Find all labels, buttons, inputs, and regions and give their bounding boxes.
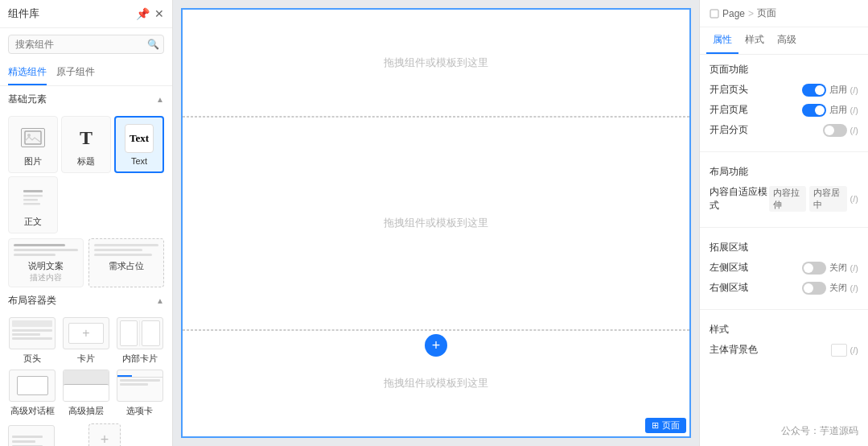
watermark-area: 公众号：芋道源码	[700, 366, 868, 446]
layout-function-section: 布局功能 内容自适应模式 内容拉伸 内容居中 (/)	[700, 157, 868, 222]
component-image[interactable]: 图片	[8, 116, 58, 173]
bg-color-box[interactable]	[831, 344, 847, 357]
footer-toggle-text: 启用	[829, 104, 847, 116]
layout-item-extra1[interactable]	[8, 425, 84, 446]
watermark: 公众号：芋道源码	[781, 424, 858, 438]
breadcrumb-current: 页面	[757, 6, 776, 20]
pagination-toggle[interactable]	[823, 124, 847, 137]
drop-zone-mid-text: 拖拽组件或模板到这里	[384, 216, 488, 230]
adapt-mode-values: 内容拉伸 内容居中 (/)	[769, 186, 858, 212]
left-area-toggle-group: 关闭 (/)	[802, 262, 858, 275]
component-desc[interactable]: 说明文案 描述内容	[8, 238, 84, 287]
left-area-row: 左侧区域 关闭 (/)	[710, 261, 858, 275]
search-input[interactable]	[8, 35, 164, 54]
add-btn-icon: +	[432, 338, 441, 353]
svg-rect-0	[25, 131, 41, 144]
divider3	[700, 309, 868, 310]
left-area-knob	[804, 263, 813, 273]
tab-featured[interactable]: 精选组件	[8, 60, 47, 85]
layout-tabs-label: 选项卡	[126, 405, 153, 417]
component-tabs: 精选组件 原子组件	[0, 60, 172, 86]
body-icon	[19, 184, 47, 213]
close-icon[interactable]: ✕	[154, 7, 164, 20]
right-tab-advanced[interactable]: 高级	[771, 27, 803, 54]
footer-toggle-knob	[815, 105, 825, 115]
header-toggle[interactable]	[802, 84, 826, 97]
heading-icon: T	[72, 123, 101, 152]
layout-inner-card-label: 内部卡片	[122, 353, 158, 365]
layout-section-arrow[interactable]: ▲	[156, 296, 164, 305]
header-toggle-sub: (/)	[850, 85, 858, 95]
basic-elements-grid: 图片 T 标题 Text Text	[0, 116, 172, 233]
style-section: 样式 主体背景色 (/)	[700, 315, 868, 366]
image-icon	[19, 123, 47, 152]
bg-color-row: 主体背景色 (/)	[710, 343, 858, 357]
layout-card[interactable]: + 卡片	[62, 317, 111, 365]
left-area-toggle[interactable]	[802, 262, 826, 275]
adapt-sub: (/)	[850, 194, 858, 204]
pagination-toggle-row: 开启分页 (/)	[710, 123, 858, 137]
footer-toggle-group: 启用 (/)	[802, 104, 858, 117]
right-area-label: 右侧区域	[710, 281, 748, 295]
tab-atomic[interactable]: 原子组件	[56, 60, 95, 85]
layout-header-thumb	[9, 317, 56, 349]
pagination-toggle-group: (/)	[823, 124, 858, 137]
heading-label: 标题	[77, 155, 95, 167]
header-toggle-label: 开启页头	[710, 83, 748, 97]
add-component-btn[interactable]: +	[425, 334, 447, 357]
component-text[interactable]: Text Text	[114, 116, 164, 173]
layout-header[interactable]: 页头	[8, 317, 57, 365]
image-label: 图片	[24, 155, 42, 167]
body-label: 正文	[24, 216, 42, 228]
right-tab-style[interactable]: 样式	[738, 27, 771, 54]
basic-section-arrow[interactable]: ▲	[156, 95, 164, 104]
pagination-toggle-sub: (/)	[850, 126, 858, 135]
page-badge-label: 页面	[662, 419, 680, 432]
basic-section-title: 基础元素	[8, 93, 47, 106]
layout-items-grid: 页头 + 卡片	[0, 317, 172, 417]
bg-color-label: 主体背景色	[710, 343, 758, 357]
right-tabs: 属性 样式 高级	[700, 27, 868, 55]
footer-toggle-label: 开启页尾	[710, 103, 748, 117]
drop-zone-top[interactable]: 拖拽组件或模板到这里	[183, 10, 689, 117]
layout-card-thumb: +	[63, 317, 109, 349]
layout-overlay[interactable]: 高级抽层	[62, 370, 111, 417]
footer-toggle[interactable]	[802, 104, 826, 117]
component-placeholder[interactable]: 需求占位	[88, 238, 164, 287]
layout-item-add[interactable]: +	[88, 423, 164, 446]
panel-header-icons: 📌 ✕	[136, 7, 164, 20]
component-heading[interactable]: T 标题	[61, 116, 111, 173]
center-panel: 拖拽组件或模板到这里 拖拽组件或模板到这里 + 拖拽组件或模板到这里 ⊞ 页面	[173, 0, 699, 446]
left-panel-scroll: 基础元素 ▲ 图片	[0, 86, 172, 446]
svg-rect-6	[710, 10, 718, 18]
drop-zone-bottom-text: 拖拽组件或模板到这里	[384, 376, 488, 390]
layout-dialog[interactable]: 高级对话框	[8, 370, 57, 417]
right-area-toggle[interactable]	[802, 282, 826, 295]
pagination-toggle-label: 开启分页	[710, 123, 748, 137]
adapt-mode-label: 内容自适应模式	[710, 185, 769, 213]
right-area-text: 关闭	[829, 282, 847, 294]
right-area-toggle-group: 关闭 (/)	[802, 282, 858, 295]
svg-rect-5	[23, 203, 40, 205]
right-area-row: 右侧区域 关闭 (/)	[710, 281, 858, 295]
page-function-section: 页面功能 开启页头 启用 (/) 开启页尾 启用 (/)	[700, 55, 868, 147]
expand-title: 拓展区域	[710, 241, 858, 254]
pagination-toggle-knob	[825, 126, 834, 135]
left-area-label: 左侧区域	[710, 261, 748, 275]
page-badge-icon: ⊞	[652, 420, 659, 431]
canvas-area: 拖拽组件或模板到这里 拖拽组件或模板到这里 + 拖拽组件或模板到这里 ⊞ 页面	[181, 8, 691, 438]
right-tab-props[interactable]: 属性	[706, 27, 738, 54]
style-title: 样式	[710, 323, 858, 337]
panel-title: 组件库	[8, 6, 39, 21]
drop-zone-mid[interactable]: 拖拽组件或模板到这里 +	[183, 117, 689, 330]
search-bar: 🔍	[0, 28, 172, 60]
layout-overlay-thumb	[63, 370, 109, 402]
layout-inner-card[interactable]: 内部卡片	[115, 317, 164, 365]
layout-overlay-label: 高级抽层	[68, 405, 104, 417]
layout-tabs[interactable]: 选项卡	[115, 370, 164, 417]
bg-color-value: (/)	[831, 344, 858, 357]
left-area-text: 关闭	[829, 262, 847, 274]
component-body[interactable]: 正文	[8, 176, 58, 233]
svg-rect-2	[23, 190, 43, 192]
pin-icon[interactable]: 📌	[136, 7, 150, 20]
